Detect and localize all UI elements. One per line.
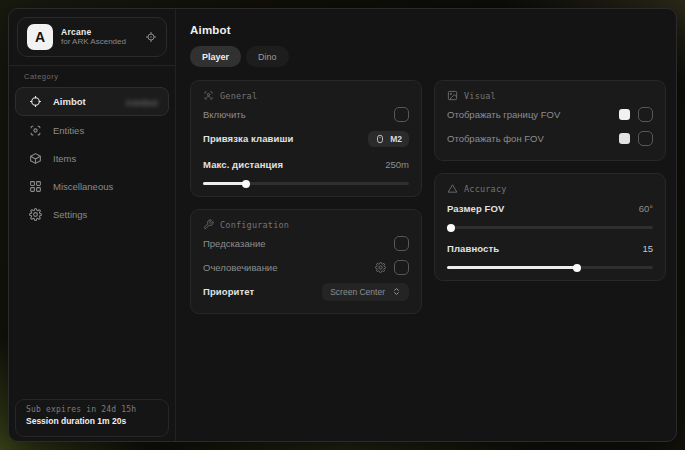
humanization-checkbox[interactable] [394,260,409,275]
sidebar-nav: Aimbot Aimbot Entities Item [9,87,175,228]
smoothness-value: 15 [642,243,653,254]
keybind-button[interactable]: M2 [368,131,409,147]
app-name: Arcane [61,27,137,38]
priority-dropdown[interactable]: Screen Center [322,283,409,301]
sidebar-item-items[interactable]: Items [15,144,169,173]
fov-background-color-swatch[interactable] [619,133,630,144]
slider-thumb[interactable] [573,264,581,272]
page-title: Aimbot [190,24,666,36]
smoothness-label: Плавность [447,243,499,254]
sidebar-item-label: Aimbot [53,96,86,107]
session-duration-text: Session duration 1m 20s [26,416,158,426]
scan-icon [29,124,42,137]
app-logo: A [27,24,53,50]
max-distance-label: Макс. дистанция [203,159,283,170]
slider-thumb[interactable] [447,224,455,232]
enable-label: Включить [203,109,246,120]
fov-border-color-swatch[interactable] [619,109,630,120]
fov-border-checkbox[interactable] [638,107,653,122]
chevrons-up-down-icon [392,287,401,296]
aimbot-ghost-text: Aimbot [125,96,158,107]
image-icon [447,90,458,101]
prediction-checkbox[interactable] [394,236,409,251]
priority-value: Screen Center [330,287,385,297]
fov-background-label: Отображать фон FOV [447,133,544,144]
sidebar-item-label: Settings [53,209,87,220]
crosshair-icon [29,95,42,108]
category-label: Category [24,72,175,81]
general-card: General Включить Привязка клавиши [190,80,422,197]
fov-size-slider[interactable] [447,226,653,229]
crosshair-icon[interactable] [145,31,157,43]
sidebar-item-label: Entities [53,125,84,136]
slider-thumb[interactable] [242,180,250,188]
sidebar-divider [9,65,175,66]
keybind-label: Привязка клавиши [203,133,293,144]
enable-checkbox[interactable] [394,107,409,122]
box-icon [29,152,42,165]
grid-icon [29,180,42,193]
smoothness-slider[interactable] [447,266,653,269]
priority-label: Приоритет [203,286,254,297]
sidebar-item-settings[interactable]: Settings [15,200,169,229]
sidebar-item-label: Miscellaneous [53,181,113,192]
sidebar: A Arcane for ARK Ascended Category [9,9,176,441]
card-title: Accuracy [464,184,507,194]
app-subtitle: for ARK Ascended [61,37,137,47]
fov-size-value: 60° [639,203,653,214]
tab-player[interactable]: Player [190,46,241,67]
card-title: Configuration [220,220,289,230]
person-scan-icon [203,90,214,101]
card-title: General [220,91,257,101]
subscription-info-card: Sub expires in 24d 15h Session duration … [15,399,169,437]
sidebar-item-entities[interactable]: Entities [15,116,169,145]
main-content: Aimbot Player Dino General [176,9,677,441]
keybind-value: M2 [390,134,402,144]
fov-size-label: Размер FOV [447,203,504,214]
gear-icon [29,208,42,221]
wrench-icon [203,219,214,230]
humanization-label: Очеловечивание [203,262,277,273]
sidebar-item-miscellaneous[interactable]: Miscellaneous [15,172,169,201]
card-title: Visual [464,91,496,101]
mouse-icon [375,134,385,144]
sub-expires-text: Sub expires in 24d 15h [26,405,158,414]
max-distance-slider[interactable] [203,182,409,185]
fov-border-label: Отображать границу FOV [447,109,560,120]
max-distance-value: 250m [385,159,409,170]
accuracy-card: Accuracy Размер FOV 60° Плавность 15 [434,173,666,281]
cheat-menu-window: A Arcane for ARK Ascended Category [8,8,677,442]
configuration-card: Configuration Предсказание Очеловечивани… [190,209,422,314]
fov-background-checkbox[interactable] [638,131,653,146]
sidebar-item-aimbot[interactable]: Aimbot Aimbot [15,87,169,116]
brand-card: A Arcane for ARK Ascended [17,17,167,57]
gear-icon[interactable] [375,262,386,273]
triangle-icon [447,183,458,194]
tab-dino[interactable]: Dino [246,46,289,67]
visual-card: Visual Отображать границу FOV Отображать… [434,80,666,161]
prediction-label: Предсказание [203,238,266,249]
sidebar-item-label: Items [53,153,76,164]
tab-bar: Player Dino [190,46,666,67]
